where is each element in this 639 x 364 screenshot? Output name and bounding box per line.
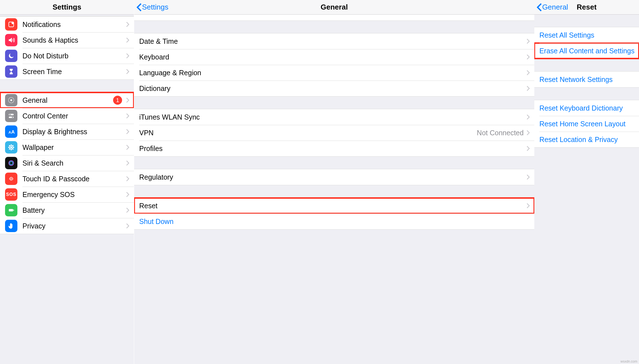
row-screen-time[interactable]: Screen Time — [0, 64, 134, 79]
row-siri-search[interactable]: Siri & Search — [0, 155, 134, 171]
back-button[interactable]: General — [534, 3, 568, 12]
notification-badge: 1 — [113, 96, 122, 105]
battery-icon — [5, 204, 17, 216]
sounds-icon — [5, 34, 17, 46]
row-reset-all-settings[interactable]: Reset All Settings — [534, 27, 639, 43]
chevron-right-icon — [126, 69, 129, 74]
row-display-brightness[interactable]: AA Display & Brightness — [0, 124, 134, 139]
chevron-right-icon — [526, 174, 530, 180]
row-label: Emergency SOS — [22, 191, 126, 199]
chevron-right-icon — [126, 97, 129, 103]
row-reset-keyboard-dictionary[interactable]: Reset Keyboard Dictionary — [534, 100, 639, 116]
nav-bar: General Reset — [534, 0, 639, 15]
chevron-right-icon — [126, 37, 129, 43]
toggles-icon — [5, 110, 17, 122]
row-reset-location-privacy[interactable]: Reset Location & Privacy — [534, 132, 639, 147]
chevron-right-icon — [526, 130, 530, 136]
row-label: Regulatory — [139, 173, 526, 181]
row-label: Battery — [22, 206, 126, 214]
svg-point-18 — [9, 148, 11, 150]
row-keyboard[interactable]: Keyboard — [134, 49, 534, 65]
svg-point-16 — [12, 148, 14, 150]
row-language-region[interactable]: Language & Region — [134, 65, 534, 81]
row-reset-home-screen-layout[interactable]: Reset Home Screen Layout — [534, 116, 639, 132]
row-label: Wallpaper — [22, 143, 126, 152]
row-label: Reset — [139, 202, 526, 210]
row-do-not-disturb[interactable]: Do Not Disturb — [0, 48, 134, 64]
nav-title: General — [134, 3, 534, 12]
row-label: Keyboard — [139, 53, 526, 61]
row-detail: Not Connected — [477, 129, 524, 137]
row-date-time[interactable]: Date & Time — [134, 33, 534, 49]
row-label: Reset Network Settings — [539, 75, 635, 84]
row-label: Reset Keyboard Dictionary — [539, 104, 635, 112]
row-vpn[interactable]: VPN Not Connected — [134, 125, 534, 141]
nav-bar: Settings General — [134, 0, 534, 15]
row-label: Touch ID & Passcode — [22, 175, 126, 183]
chevron-right-icon — [126, 207, 129, 213]
chevron-right-icon — [126, 113, 129, 119]
row-itunes-wlan-sync[interactable]: iTunes WLAN Sync — [134, 109, 534, 125]
row-reset[interactable]: Reset — [134, 198, 534, 214]
settings-panel: Settings Notifications Sounds & Haptics … — [0, 0, 134, 364]
flower-icon — [5, 141, 17, 154]
chevron-right-icon — [126, 160, 129, 166]
row-label: Do Not Disturb — [22, 52, 126, 60]
row-general[interactable]: General 1 — [0, 92, 134, 108]
row-wallpaper[interactable]: Wallpaper — [0, 139, 134, 155]
row-shut-down[interactable]: Shut Down — [134, 214, 534, 229]
gear-icon — [5, 94, 17, 106]
row-label: Profiles — [139, 145, 526, 153]
row-touchid-passcode[interactable]: Touch ID & Passcode — [0, 171, 134, 187]
row-profiles[interactable]: Profiles — [134, 141, 534, 156]
row-label: General — [22, 96, 113, 104]
svg-point-15 — [9, 145, 11, 147]
row-label: Date & Time — [139, 37, 526, 45]
row-label: iTunes WLAN Sync — [139, 113, 526, 121]
chevron-right-icon — [526, 70, 530, 75]
reset-panel: General Reset Reset All Settings Erase A… — [534, 0, 639, 364]
svg-text:A: A — [8, 130, 11, 134]
back-label: General — [542, 3, 568, 12]
general-panel: Settings General Date & Time Keyboard La… — [134, 0, 534, 364]
svg-point-3 — [10, 99, 12, 101]
settings-group-b: General 1 Control Center AA Display & Br… — [0, 92, 134, 234]
svg-point-1 — [12, 22, 14, 24]
svg-point-13 — [8, 147, 10, 148]
row-dictionary[interactable]: Dictionary — [134, 81, 534, 96]
chevron-right-icon — [126, 145, 129, 150]
svg-point-11 — [11, 144, 12, 146]
svg-point-10 — [10, 146, 12, 148]
chevron-right-icon — [126, 192, 129, 197]
row-regulatory[interactable]: Regulatory — [134, 169, 534, 185]
row-label: Reset All Settings — [539, 31, 635, 39]
row-label: Dictionary — [139, 84, 526, 93]
hand-icon — [5, 220, 17, 232]
row-label: Privacy — [22, 222, 126, 230]
svg-point-17 — [12, 145, 14, 147]
row-label: Siri & Search — [22, 159, 126, 167]
text-size-icon: AA — [5, 125, 17, 138]
chevron-right-icon — [526, 114, 530, 120]
svg-point-20 — [10, 162, 13, 165]
row-battery[interactable]: Battery — [0, 202, 134, 218]
svg-point-7 — [12, 117, 13, 118]
row-privacy[interactable]: Privacy — [0, 218, 134, 234]
back-button[interactable]: Settings — [134, 3, 168, 12]
hourglass-icon — [5, 65, 17, 78]
row-control-center[interactable]: Control Center — [0, 108, 134, 124]
svg-text:A: A — [11, 129, 15, 135]
row-label: Notifications — [22, 20, 126, 29]
chevron-right-icon — [526, 54, 530, 60]
chevron-right-icon — [126, 22, 129, 27]
svg-rect-21 — [9, 209, 13, 212]
chevron-right-icon — [126, 129, 129, 134]
row-reset-network-settings[interactable]: Reset Network Settings — [534, 72, 639, 87]
row-emergency-sos[interactable]: SOS Emergency SOS — [0, 187, 134, 202]
row-sounds-haptics[interactable]: Sounds & Haptics — [0, 32, 134, 48]
row-erase-all-content[interactable]: Erase All Content and Settings — [534, 43, 639, 59]
row-label: Erase All Content and Settings — [539, 47, 635, 55]
chevron-left-icon — [537, 3, 542, 12]
chevron-right-icon — [526, 203, 530, 209]
row-notifications[interactable]: Notifications — [0, 17, 134, 32]
